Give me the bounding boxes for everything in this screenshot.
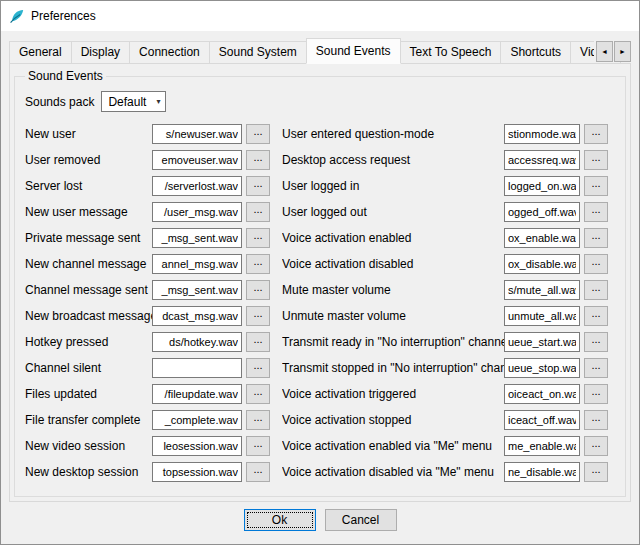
app-icon (9, 8, 25, 24)
sound-file-input[interactable] (152, 332, 242, 352)
sound-file-input[interactable] (152, 384, 242, 404)
browse-button[interactable]: ... (584, 280, 608, 300)
dialog-footer: Ok Cancel (1, 502, 639, 544)
sound-event-label: Channel silent (25, 361, 152, 375)
browse-button[interactable]: ... (584, 462, 608, 482)
sound-file-input[interactable] (152, 176, 242, 196)
browse-button[interactable]: ... (246, 462, 270, 482)
browse-button[interactable]: ... (584, 228, 608, 248)
sound-file-input[interactable] (504, 254, 580, 274)
sound-event-label: Desktop access request (282, 153, 504, 167)
titlebar[interactable]: Preferences (1, 1, 639, 31)
browse-button[interactable]: ... (584, 202, 608, 222)
tab-text-to-speech[interactable]: Text To Speech (400, 41, 502, 64)
sound-event-row: Private message sent... (25, 228, 270, 248)
tab-general[interactable]: General (9, 41, 72, 64)
sound-event-label: New video session (25, 439, 152, 453)
sound-file-input[interactable] (152, 280, 242, 300)
sound-file-input[interactable] (504, 306, 580, 326)
sound-event-row: Voice activation enabled via "Me" menu..… (282, 436, 608, 456)
sound-file-input[interactable] (504, 332, 580, 352)
sound-events-column-left: New user...User removed...Server lost...… (25, 124, 270, 488)
sound-event-label: Voice activation disabled via "Me" menu (282, 465, 504, 479)
browse-button[interactable]: ... (584, 254, 608, 274)
sound-event-label: New user message (25, 205, 152, 219)
browse-button[interactable]: ... (246, 410, 270, 430)
browse-button[interactable]: ... (246, 332, 270, 352)
sound-event-row: File transfer complete... (25, 410, 270, 430)
browse-button[interactable]: ... (246, 306, 270, 326)
sound-file-input[interactable] (504, 202, 580, 222)
browse-button[interactable]: ... (246, 228, 270, 248)
sound-event-row: User entered question-mode... (282, 124, 608, 144)
sound-file-input[interactable] (504, 384, 580, 404)
sound-file-input[interactable] (152, 306, 242, 326)
ok-button[interactable]: Ok (244, 509, 316, 531)
sounds-pack-select[interactable]: Default ▾ (101, 91, 166, 112)
cancel-button[interactable]: Cancel (325, 509, 397, 531)
browse-button[interactable]: ... (584, 358, 608, 378)
sound-event-label: Transmit ready in "No interruption" chan… (282, 335, 504, 349)
sound-file-input[interactable] (504, 150, 580, 170)
sound-file-input[interactable] (504, 410, 580, 430)
sound-file-input[interactable] (152, 358, 242, 378)
sound-event-label: Voice activation enabled via "Me" menu (282, 439, 504, 453)
sound-events-columns: New user...User removed...Server lost...… (25, 124, 617, 488)
sound-file-input[interactable] (504, 462, 580, 482)
sound-event-label: Hotkey pressed (25, 335, 152, 349)
browse-button[interactable]: ... (246, 150, 270, 170)
sound-event-row: User removed... (25, 150, 270, 170)
browse-button[interactable]: ... (584, 306, 608, 326)
sound-file-input[interactable] (152, 124, 242, 144)
browse-button[interactable]: ... (246, 358, 270, 378)
sound-file-input[interactable] (152, 462, 242, 482)
browse-button[interactable]: ... (246, 202, 270, 222)
sound-event-row: Voice activation disabled via "Me" menu.… (282, 462, 608, 482)
sound-file-input[interactable] (504, 124, 580, 144)
sound-file-input[interactable] (152, 228, 242, 248)
sound-events-groupbox: Sound Events Sounds pack Default ▾ New u… (14, 69, 626, 497)
tab-scroll-right-icon: ► (619, 48, 626, 55)
tab-scroll-left-button[interactable]: ◄ (596, 41, 613, 62)
browse-button[interactable]: ... (584, 410, 608, 430)
sound-file-input[interactable] (504, 228, 580, 248)
sound-file-input[interactable] (504, 436, 580, 456)
tab-shortcuts[interactable]: Shortcuts (500, 41, 571, 64)
browse-button[interactable]: ... (584, 384, 608, 404)
browse-button[interactable]: ... (246, 436, 270, 456)
sound-file-input[interactable] (152, 150, 242, 170)
sound-event-label: New channel message (25, 257, 152, 271)
sound-file-input[interactable] (152, 254, 242, 274)
sound-file-input[interactable] (152, 436, 242, 456)
browse-button[interactable]: ... (246, 280, 270, 300)
browse-button[interactable]: ... (246, 254, 270, 274)
sound-file-input[interactable] (504, 358, 580, 378)
tab-display[interactable]: Display (71, 41, 130, 64)
sound-event-label: User logged in (282, 179, 504, 193)
sound-event-label: Server lost (25, 179, 152, 193)
sound-file-input[interactable] (504, 176, 580, 196)
sound-event-label: Channel message sent (25, 283, 152, 297)
browse-button[interactable]: ... (246, 124, 270, 144)
tab-sound-system[interactable]: Sound System (209, 41, 307, 64)
sound-event-label: Files updated (25, 387, 152, 401)
sound-event-label: New desktop session (25, 465, 152, 479)
tab-connection[interactable]: Connection (129, 41, 210, 64)
browse-button[interactable]: ... (584, 332, 608, 352)
tab-list: GeneralDisplayConnectionSound SystemSoun… (9, 38, 620, 63)
browse-button[interactable]: ... (584, 436, 608, 456)
tab-sound-events[interactable]: Sound Events (306, 38, 401, 64)
sound-file-input[interactable] (152, 202, 242, 222)
browse-button[interactable]: ... (584, 150, 608, 170)
tab-bar: GeneralDisplayConnectionSound SystemSoun… (9, 38, 631, 63)
browse-button[interactable]: ... (246, 176, 270, 196)
tab-scroll-right-button[interactable]: ► (614, 41, 631, 62)
browse-button[interactable]: ... (584, 124, 608, 144)
sound-event-row: Transmit ready in "No interruption" chan… (282, 332, 608, 352)
browse-button[interactable]: ... (584, 176, 608, 196)
sound-event-label: Voice activation disabled (282, 257, 504, 271)
sound-file-input[interactable] (152, 410, 242, 430)
browse-button[interactable]: ... (246, 384, 270, 404)
sound-file-input[interactable] (504, 280, 580, 300)
sound-event-row: New video session... (25, 436, 270, 456)
